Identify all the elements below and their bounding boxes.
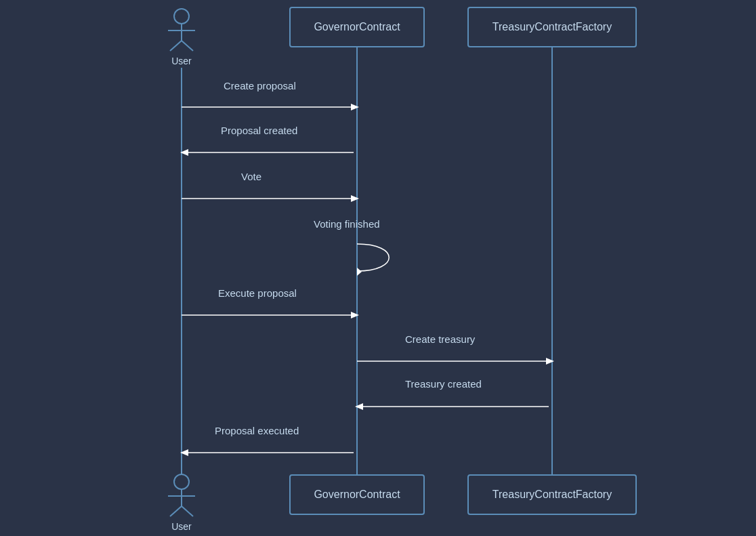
lifeline-box-treasury-top: TreasuryContractFactory [467,7,637,47]
svg-marker-4 [351,104,359,110]
actor-user-top-label: User [171,56,192,66]
lifeline-treasury-bottom-label: TreasuryContractFactory [492,489,612,501]
svg-marker-15 [355,403,363,410]
actor-user-bottom-label: User [171,521,192,532]
svg-marker-9 [357,268,362,276]
msg-vote: Vote [241,171,261,182]
lifeline-box-governor-top: GovernorContract [289,7,425,47]
svg-marker-13 [546,358,554,365]
svg-line-22 [182,41,193,51]
lifeline-box-treasury-bottom: TreasuryContractFactory [467,474,637,515]
svg-marker-11 [351,312,359,318]
msg-execute-proposal: Execute proposal [218,287,297,299]
msg-treasury-created: Treasury created [405,378,482,390]
msg-create-proposal: Create proposal [224,80,296,91]
diagram-container: User GovernorContract TreasuryContractFa… [0,0,756,536]
lifeline-box-governor-bottom: GovernorContract [289,474,425,515]
arrows-svg [0,0,756,536]
svg-line-26 [170,506,182,516]
lifeline-governor-top-label: GovernorContract [314,21,400,33]
lifeline-governor-bottom-label: GovernorContract [314,489,400,501]
msg-create-treasury: Create treasury [405,333,475,345]
actor-user-bottom: User [165,472,198,532]
lifeline-treasury-top-label: TreasuryContractFactory [492,21,612,33]
msg-proposal-created: Proposal created [221,125,297,136]
svg-marker-17 [180,449,188,456]
svg-line-21 [170,41,182,51]
svg-marker-6 [180,149,188,156]
actor-user-top: User [165,7,198,66]
svg-point-18 [174,9,189,24]
msg-voting-finished: Voting finished [314,218,380,230]
svg-line-27 [182,506,193,516]
svg-marker-8 [351,195,359,202]
svg-point-23 [174,474,189,489]
msg-proposal-executed: Proposal executed [215,425,299,436]
